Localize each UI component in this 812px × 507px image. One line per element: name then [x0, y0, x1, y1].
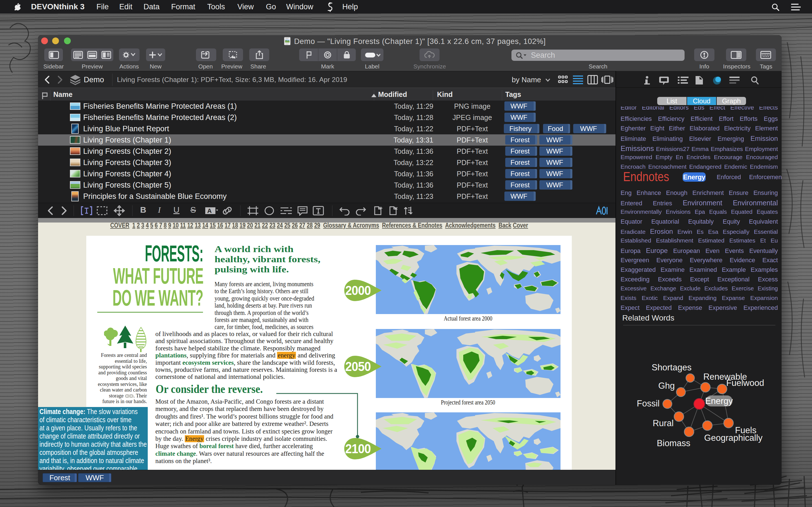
svg-text:Biomass: Biomass: [657, 438, 691, 448]
svg-text:Ghg: Ghg: [658, 381, 675, 391]
svg-text:2050: 2050: [345, 359, 370, 374]
svg-text:Rural: Rural: [653, 418, 673, 428]
svg-text:Fossil: Fossil: [637, 399, 660, 408]
svg-text:Fuels: Fuels: [735, 425, 756, 435]
svg-text:Fuelwood: Fuelwood: [726, 378, 764, 388]
svg-text:2000: 2000: [345, 283, 370, 297]
svg-text:Shortages: Shortages: [652, 362, 691, 372]
svg-text:Energy: Energy: [705, 396, 733, 406]
svg-text:A: A: [207, 207, 212, 214]
svg-text:2100: 2100: [345, 441, 370, 456]
